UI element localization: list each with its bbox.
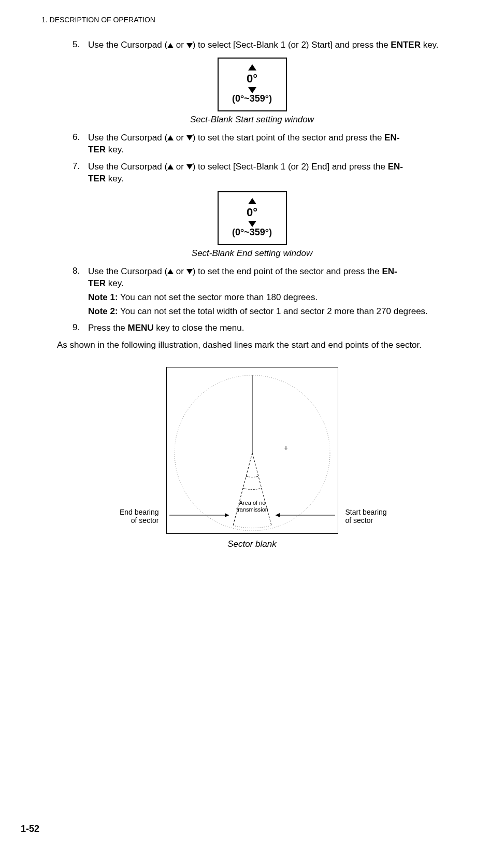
step-5: 5. Use the Cursorpad ( or ) to select [S… bbox=[73, 39, 463, 51]
text: ) to select [Sect-Blank 1 (or 2) Start] … bbox=[193, 40, 391, 50]
enter-key-label: ENTER bbox=[391, 40, 421, 50]
figure-caption-2: Sect-Blank End setting window bbox=[41, 248, 463, 259]
step-number: 8. bbox=[73, 266, 88, 318]
start-bearing-label: Start bearing of sector bbox=[345, 508, 428, 525]
triangle-down-icon bbox=[186, 43, 193, 48]
text: or bbox=[174, 162, 186, 172]
plus-cursor: + bbox=[283, 444, 287, 452]
text: key. bbox=[106, 145, 124, 154]
note-label: Note 1: bbox=[88, 292, 118, 302]
figure-range: (0°~359°) bbox=[232, 93, 272, 104]
text: or bbox=[174, 40, 186, 50]
diagram-caption: Sector blank bbox=[41, 539, 463, 549]
end-bearing-label: End bearing of sector bbox=[76, 508, 159, 525]
note-label: Note 2: bbox=[88, 306, 118, 316]
label-line-1: End bearing bbox=[120, 508, 159, 516]
text: ) to select [Sect-Blank 1 (or 2) End] an… bbox=[193, 162, 388, 172]
triangle-down-icon bbox=[248, 87, 256, 93]
triangle-up-icon bbox=[167, 164, 174, 169]
step-body: Use the Cursorpad ( or ) to select [Sect… bbox=[88, 39, 463, 51]
step-number: 6. bbox=[73, 132, 88, 156]
triangle-down-icon bbox=[186, 135, 193, 140]
label-line-2: of sector bbox=[345, 516, 373, 525]
step-body: Press the MENU key to close the menu. bbox=[88, 322, 463, 334]
text: key to close the menu. bbox=[154, 323, 244, 333]
text: key. bbox=[106, 174, 124, 183]
figure-caption-1: Sect-Blank Start setting window bbox=[41, 115, 463, 125]
body-paragraph: As shown in the following illustration, … bbox=[57, 339, 463, 351]
enter-key-label: TER bbox=[88, 145, 106, 154]
triangle-down-icon bbox=[186, 164, 193, 169]
text: key. bbox=[421, 40, 439, 50]
note-1: Note 1: You can not set the sector more … bbox=[88, 292, 463, 304]
page: 1. DESCRIPTION OF OPERATION 5. Use the C… bbox=[0, 0, 504, 850]
text: Press the bbox=[88, 323, 128, 333]
text: Use the Cursorpad ( bbox=[88, 40, 167, 50]
step-number: 5. bbox=[73, 39, 88, 51]
note-text: You can not set the sector more than 180… bbox=[118, 292, 318, 302]
sector-start-line bbox=[252, 453, 271, 526]
text: Use the Cursorpad ( bbox=[88, 266, 167, 276]
step-body: Use the Cursorpad ( or ) to select [Sect… bbox=[88, 161, 463, 185]
setting-window-figure-2: 0° (0°~359°) bbox=[218, 191, 287, 245]
step-body: Use the Cursorpad ( or ) to set the end … bbox=[88, 266, 463, 318]
triangle-down-icon bbox=[248, 221, 256, 227]
sector-arc-1 bbox=[246, 476, 258, 477]
enter-key-label: EN- bbox=[382, 266, 397, 276]
step-body: Use the Cursorpad ( or ) to set the star… bbox=[88, 132, 463, 156]
text: or bbox=[174, 266, 186, 276]
enter-key-label: TER bbox=[88, 174, 106, 183]
radar-svg: + Area of no transmission bbox=[167, 367, 338, 533]
text: ) to set the start point of the sector a… bbox=[193, 133, 384, 143]
step-number: 9. bbox=[73, 322, 88, 334]
sector-blank-diagram: + Area of no transmission bbox=[107, 367, 397, 534]
start-arrow-head bbox=[276, 513, 280, 517]
figure-value: 0° bbox=[247, 206, 257, 219]
sector-arc-outer bbox=[233, 526, 271, 528]
enter-key-label: EN- bbox=[384, 133, 399, 143]
sector-arc-2 bbox=[243, 488, 262, 489]
text: Use the Cursorpad ( bbox=[88, 162, 167, 172]
triangle-down-icon bbox=[186, 269, 193, 274]
triangle-up-icon bbox=[167, 135, 174, 140]
figure-range: (0°~359°) bbox=[232, 227, 272, 238]
label-line-1: Start bearing bbox=[345, 508, 387, 516]
step-9: 9. Press the MENU key to close the menu. bbox=[73, 322, 463, 334]
triangle-up-icon bbox=[248, 64, 256, 70]
text: Use the Cursorpad ( bbox=[88, 133, 167, 143]
note-text: You can not set the total width of secto… bbox=[118, 306, 428, 316]
area-text-l2: transmission bbox=[236, 506, 268, 513]
page-number: 1-52 bbox=[21, 824, 39, 834]
figure-value: 0° bbox=[247, 72, 257, 86]
menu-key-label: MENU bbox=[128, 323, 154, 333]
triangle-up-icon bbox=[167, 269, 174, 274]
label-line-2: of sector bbox=[131, 516, 159, 525]
end-arrow-head bbox=[225, 513, 229, 517]
step-7: 7. Use the Cursorpad ( or ) to select [S… bbox=[73, 161, 463, 185]
diagram-frame: + Area of no transmission bbox=[166, 367, 338, 534]
page-header: 1. DESCRIPTION OF OPERATION bbox=[41, 16, 463, 24]
area-text-l1: Area of no bbox=[239, 500, 265, 506]
text: ) to set the end point of the sector and… bbox=[193, 266, 382, 276]
note-2: Note 2: You can not set the total width … bbox=[88, 306, 463, 318]
enter-key-label: TER bbox=[88, 278, 106, 288]
triangle-up-icon bbox=[248, 198, 256, 204]
triangle-up-icon bbox=[167, 43, 174, 48]
text: or bbox=[174, 133, 186, 143]
step-6: 6. Use the Cursorpad ( or ) to set the s… bbox=[73, 132, 463, 156]
setting-window-figure-1: 0° (0°~359°) bbox=[218, 58, 287, 111]
text: key. bbox=[106, 278, 124, 288]
step-number: 7. bbox=[73, 161, 88, 185]
enter-key-label: EN- bbox=[388, 162, 403, 172]
step-8: 8. Use the Cursorpad ( or ) to set the e… bbox=[73, 266, 463, 318]
